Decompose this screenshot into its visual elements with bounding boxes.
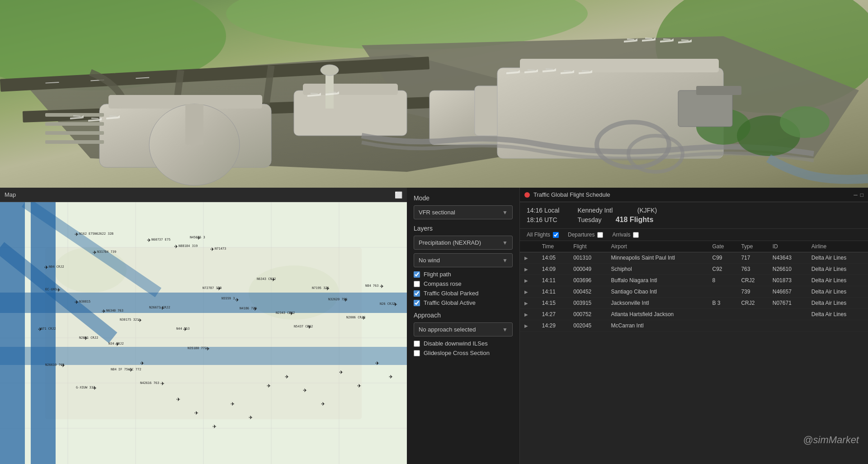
departures-filter[interactable]: Departures bbox=[568, 232, 603, 238]
svg-text:✈: ✈ bbox=[102, 308, 106, 314]
svg-text:✈: ✈ bbox=[380, 284, 384, 289]
map-maximize-btn[interactable]: ⬜ bbox=[395, 191, 402, 199]
table-row[interactable]: ▶ 14:27 000752 Atlanta Hartsfield Jackso… bbox=[520, 309, 868, 320]
arrivals-filter[interactable]: Arrivals bbox=[612, 232, 639, 238]
flight-path-input[interactable] bbox=[414, 271, 420, 278]
svg-text:✈: ✈ bbox=[235, 297, 239, 303]
map-title: Map bbox=[5, 191, 16, 198]
svg-text:N34 CRJ2: N34 CRJ2 bbox=[108, 342, 124, 346]
all-flights-checkbox[interactable] bbox=[553, 232, 559, 238]
svg-text:N26610 763: N26610 763 bbox=[45, 363, 64, 367]
col-airline[interactable]: Airline bbox=[807, 241, 868, 252]
traffic-parked-checkbox[interactable]: Traffic Global Parked bbox=[414, 290, 513, 297]
minimize-btn[interactable]: ─ bbox=[854, 192, 858, 198]
svg-text:N30815: N30815 bbox=[79, 300, 90, 303]
row-id: N26610 bbox=[768, 264, 807, 275]
traffic-parked-label: Traffic Global Parked bbox=[424, 290, 478, 297]
svg-text:N162 E75N62622 32B: N162 E75N62622 32B bbox=[79, 232, 113, 236]
svg-text:✈: ✈ bbox=[339, 369, 343, 375]
maximize-btn[interactable]: □ bbox=[860, 192, 863, 198]
svg-text:✈: ✈ bbox=[93, 250, 97, 255]
time-info: 14:16 Local 18:16 UTC bbox=[527, 206, 559, 225]
airport-code: (KJFK) bbox=[637, 207, 657, 214]
row-arrow[interactable]: ▶ bbox=[520, 298, 538, 309]
row-time: 14:09 bbox=[538, 264, 569, 275]
flights-tbody: ▶ 14:05 001310 Minneapolis Saint Paul In… bbox=[520, 252, 868, 331]
compass-rose-input[interactable] bbox=[414, 281, 420, 287]
aerial-view bbox=[0, 0, 868, 188]
row-arrow[interactable]: ▶ bbox=[520, 286, 538, 298]
all-flights-filter[interactable]: All Flights bbox=[527, 232, 559, 238]
local-time: 14:16 Local bbox=[527, 206, 559, 215]
flight-path-checkbox[interactable]: Flight path bbox=[414, 271, 513, 278]
row-arrow[interactable]: ▶ bbox=[520, 264, 538, 275]
svg-text:N45075 3: N45075 3 bbox=[190, 236, 205, 239]
layer1-dropdown-arrow: ▼ bbox=[502, 240, 508, 246]
table-row[interactable]: ▶ 14:29 002045 McCarran Intl bbox=[520, 320, 868, 331]
row-gate bbox=[708, 309, 737, 320]
approach-value: No approach selected bbox=[419, 326, 476, 333]
map-controls: ⬜ bbox=[395, 191, 402, 199]
svg-text:N71 CRJ2: N71 CRJ2 bbox=[41, 327, 56, 331]
row-id: N07671 bbox=[768, 298, 807, 309]
svg-text:N60737 E75: N60737 E75 bbox=[151, 238, 170, 241]
svg-rect-19 bbox=[294, 90, 407, 136]
traffic-active-input[interactable] bbox=[414, 300, 420, 306]
table-row[interactable]: ▶ 14:11 000452 Santiago Cibao Intl 739 N… bbox=[520, 286, 868, 298]
layer2-dropdown[interactable]: No wind ▼ bbox=[414, 253, 513, 267]
glideslope-input[interactable] bbox=[414, 350, 420, 356]
svg-text:✈: ✈ bbox=[375, 360, 379, 366]
row-gate bbox=[708, 286, 737, 298]
row-type: 717 bbox=[736, 252, 768, 264]
row-arrow[interactable]: ▶ bbox=[520, 309, 538, 320]
departures-checkbox[interactable] bbox=[597, 232, 603, 238]
row-gate: C99 bbox=[708, 252, 737, 264]
col-airport[interactable]: Airport bbox=[607, 241, 708, 252]
svg-rect-17 bbox=[45, 131, 104, 135]
row-airline bbox=[807, 320, 868, 331]
map-canvas[interactable]: ✈ ✈ ✈ ✈ ✈ ✈ ✈ ✈ ✈ ✈ ✈ ✈ ✈ ✈ ✈ ✈ ✈ bbox=[0, 202, 407, 464]
disable-downwind-checkbox[interactable]: Disable downwind ILSes bbox=[414, 340, 513, 347]
col-gate[interactable]: Gate bbox=[708, 241, 737, 252]
row-arrow[interactable]: ▶ bbox=[520, 320, 538, 331]
mode-label: Mode bbox=[414, 194, 513, 202]
svg-text:N84 763: N84 763 bbox=[365, 284, 379, 288]
table-row[interactable]: ▶ 14:05 001310 Minneapolis Saint Paul In… bbox=[520, 252, 868, 264]
row-airline: Delta Air Lines bbox=[807, 264, 868, 275]
compass-rose-checkbox[interactable]: Compass rose bbox=[414, 280, 513, 287]
svg-text:✈: ✈ bbox=[267, 383, 271, 388]
svg-text:N5437 CRJ2: N5437 CRJ2 bbox=[294, 325, 313, 328]
col-flight[interactable]: Flight bbox=[569, 241, 606, 252]
disable-downwind-input[interactable] bbox=[414, 341, 420, 347]
row-flight: 003696 bbox=[569, 275, 606, 286]
traffic-active-checkbox[interactable]: Traffic Global Active bbox=[414, 299, 513, 306]
col-type[interactable]: Type bbox=[736, 241, 768, 252]
arrivals-checkbox[interactable] bbox=[633, 232, 639, 238]
row-gate: C92 bbox=[708, 264, 737, 275]
svg-text:N72787 32B: N72787 32B bbox=[203, 286, 222, 290]
row-time: 14:15 bbox=[538, 298, 569, 309]
mode-dropdown[interactable]: VFR sectional ▼ bbox=[414, 205, 513, 219]
col-id[interactable]: ID bbox=[768, 241, 807, 252]
svg-rect-61 bbox=[696, 86, 741, 95]
col-time[interactable]: Time bbox=[538, 241, 569, 252]
table-row[interactable]: ▶ 14:09 000049 Schiphol C92 763 N26610 D… bbox=[520, 264, 868, 275]
svg-text:✈: ✈ bbox=[44, 265, 48, 270]
svg-text:EC-UXO: EC-UXO bbox=[45, 288, 57, 291]
traffic-parked-input[interactable] bbox=[414, 290, 420, 297]
approach-dropdown[interactable]: No approach selected ▼ bbox=[414, 322, 513, 336]
row-flight: 001310 bbox=[569, 252, 606, 264]
row-id bbox=[768, 309, 807, 320]
glideslope-checkbox[interactable]: Glideslope Cross Section bbox=[414, 350, 513, 356]
layer1-dropdown[interactable]: Precipitation (NEXRAD) ▼ bbox=[414, 236, 513, 250]
svg-text:N30175 321: N30175 321 bbox=[120, 318, 139, 322]
row-airport: McCarran Intl bbox=[607, 320, 708, 331]
row-arrow[interactable]: ▶ bbox=[520, 252, 538, 264]
layer2-dropdown-arrow: ▼ bbox=[502, 257, 508, 264]
table-row[interactable]: ▶ 14:15 003915 Jacksonville Intl B 3 CRJ… bbox=[520, 298, 868, 309]
row-arrow[interactable]: ▶ bbox=[520, 275, 538, 286]
svg-text:✈: ✈ bbox=[140, 360, 144, 366]
table-row[interactable]: ▶ 14:11 003696 Buffalo Niagara Intl 8 CR… bbox=[520, 275, 868, 286]
row-airline: Delta Air Lines bbox=[807, 286, 868, 298]
record-indicator bbox=[524, 192, 530, 198]
